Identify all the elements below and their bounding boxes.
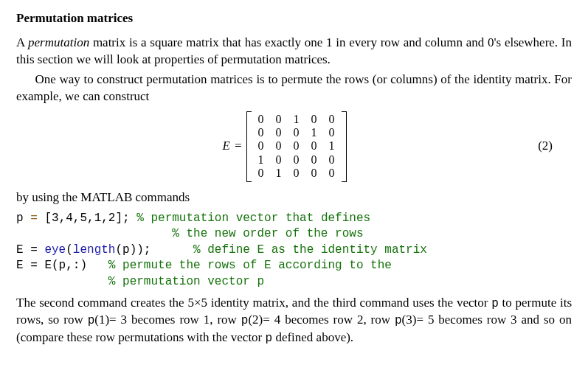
matrix-cell: 0 bbox=[288, 153, 305, 167]
code-inline-p: p bbox=[395, 314, 402, 327]
matrix-cell: 0 bbox=[252, 167, 270, 180]
matrix-cell: 0 bbox=[252, 126, 270, 139]
matrix-cell: 0 bbox=[270, 126, 288, 139]
matrix-table: 00100 00010 00001 10000 01000 bbox=[252, 113, 341, 181]
code-inline-p: p bbox=[88, 314, 95, 327]
code-comment: % permutation vector that defines bbox=[130, 212, 370, 225]
matrix-cell: 0 bbox=[305, 153, 323, 167]
matrix-cell: 0 bbox=[270, 153, 288, 167]
matrix-cell: 1 bbox=[323, 139, 341, 153]
code-block: p = [3,4,5,1,2]; % permutation vector th… bbox=[16, 211, 572, 290]
matrix-cell: 0 bbox=[323, 153, 341, 167]
code-comment: % permute the rows of E according to the bbox=[108, 259, 392, 272]
code-comment: % define E as the identity matrix bbox=[193, 243, 427, 257]
matrix-cell: 0 bbox=[270, 113, 288, 126]
code-text: [3,4,5,1,2]; bbox=[44, 212, 129, 225]
matrix-cell: 1 bbox=[288, 113, 305, 126]
equation-equals: = bbox=[235, 138, 242, 155]
equation-number: (2) bbox=[347, 138, 573, 155]
section-heading: Permutation matrices bbox=[16, 10, 572, 27]
code-text: ( bbox=[66, 243, 73, 257]
matrix-cell: 0 bbox=[252, 139, 270, 153]
code-text: p bbox=[16, 212, 24, 225]
code-keyword: eye bbox=[44, 243, 66, 257]
text: A bbox=[16, 35, 28, 49]
code-text: (p)); bbox=[115, 243, 193, 257]
matrix-cell: 1 bbox=[270, 167, 288, 180]
matrix-E: 00100 00010 00001 10000 01000 bbox=[246, 111, 347, 182]
matrix-cell: 0 bbox=[305, 139, 323, 153]
text: defined above). bbox=[272, 330, 353, 344]
code-comment: % permutation vector p bbox=[16, 275, 264, 288]
matrix-row: 10000 bbox=[252, 153, 341, 167]
matrix-cell: 1 bbox=[252, 153, 270, 167]
matrix-cell: 0 bbox=[323, 113, 341, 126]
matrix-row: 00100 bbox=[252, 113, 341, 126]
intro-paragraph-2: One way to construct permutation matrice… bbox=[16, 72, 572, 105]
matrix-cell: 1 bbox=[305, 126, 323, 139]
equation-2: E = 00100 00010 00001 10000 01000 (2) bbox=[16, 111, 572, 182]
code-text: E = bbox=[16, 243, 44, 257]
paragraph-matlab-intro: by using the MATLAB commands bbox=[16, 189, 572, 206]
text: The second command creates the 5×5 ident… bbox=[16, 296, 491, 310]
text: (2)= 4 becomes row 2, row bbox=[248, 313, 395, 327]
matrix-row: 00010 bbox=[252, 126, 341, 139]
code-keyword: length bbox=[73, 243, 116, 257]
code-text: E = E(p,:) bbox=[16, 259, 108, 272]
intro-paragraph-1: A permutation matrix is a square matrix … bbox=[16, 35, 572, 69]
matrix-cell: 0 bbox=[323, 126, 341, 139]
matrix-row: 00001 bbox=[252, 139, 341, 153]
matrix-cell: 0 bbox=[288, 126, 305, 139]
text: (1)= 3 becomes row 1, row bbox=[94, 313, 241, 327]
code-text: = bbox=[24, 212, 45, 225]
code-inline-p: p bbox=[266, 332, 273, 345]
matrix-cell: 0 bbox=[252, 113, 270, 126]
matrix-row: 01000 bbox=[252, 167, 341, 180]
equation-body: E = 00100 00010 00001 10000 01000 bbox=[223, 111, 347, 182]
matrix-cell: 0 bbox=[288, 139, 305, 153]
equation-lhs: E bbox=[223, 138, 230, 155]
matrix-cell: 0 bbox=[305, 167, 323, 180]
matrix-cell: 0 bbox=[323, 167, 341, 180]
code-inline-p: p bbox=[491, 297, 499, 310]
matrix-cell: 0 bbox=[305, 113, 323, 126]
matrix-cell: 0 bbox=[288, 167, 305, 180]
emph-permutation: permutation bbox=[28, 35, 89, 49]
paragraph-explanation: The second command creates the 5×5 ident… bbox=[16, 295, 572, 347]
code-inline-p: p bbox=[241, 314, 249, 327]
text: matrix is a square matrix that has exact… bbox=[16, 35, 572, 66]
matrix-cell: 0 bbox=[270, 139, 288, 153]
code-comment: % the new order of the rows bbox=[16, 227, 363, 240]
